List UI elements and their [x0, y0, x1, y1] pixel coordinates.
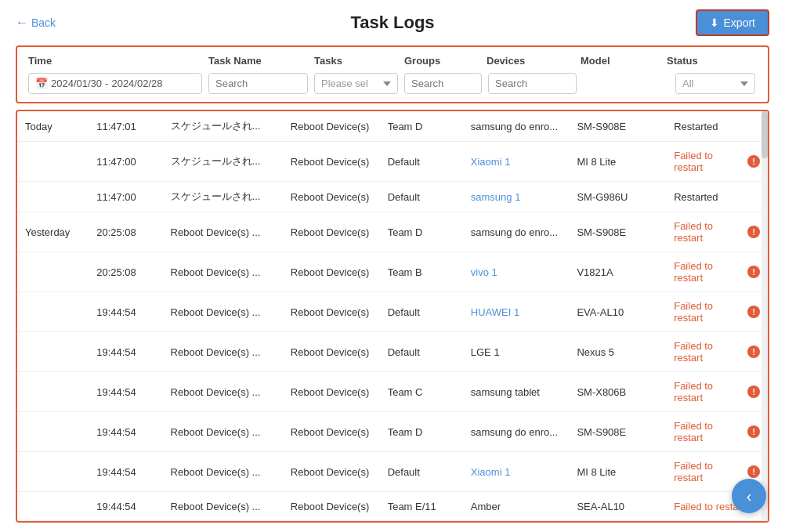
- date-range-picker[interactable]: 📅 2024/01/30 - 2024/02/28: [28, 73, 202, 94]
- td-status: Restarted: [666, 111, 768, 142]
- td-time: 20:25:08: [89, 212, 162, 252]
- col-header-tasks: Tasks: [314, 55, 404, 67]
- td-model: V1821A: [569, 252, 666, 292]
- table-row: 19:44:54Reboot Device(s) ...Reboot Devic…: [17, 372, 768, 412]
- td-groups: Default: [380, 292, 463, 332]
- float-action-button[interactable]: ‹: [732, 479, 766, 513]
- td-task-name: Reboot Device(s) ...: [163, 372, 283, 412]
- device-link[interactable]: vivo 1: [471, 266, 497, 278]
- col-header-devices: Devices: [487, 55, 581, 67]
- td-task-name: Reboot Device(s) ...: [163, 412, 283, 452]
- td-time: 20:25:08: [89, 252, 162, 292]
- table-row: 19:44:54Reboot Device(s) ...Reboot Devic…: [17, 492, 768, 521]
- status-failed-icon: !: [747, 425, 760, 438]
- td-devices[interactable]: Xiaomi 1: [463, 452, 570, 492]
- td-task-name: スケジュールされ...: [163, 142, 283, 182]
- float-arrow-icon: ‹: [747, 487, 752, 505]
- td-groups: Team B: [380, 252, 463, 292]
- td-groups: Default: [380, 452, 463, 492]
- td-groups: Default: [380, 182, 463, 212]
- status-failed: Failed to restart !: [674, 260, 760, 284]
- td-groups: Default: [380, 142, 463, 182]
- back-arrow-icon: ←: [16, 16, 28, 30]
- col-header-groups: Groups: [404, 55, 487, 67]
- calendar-icon: 📅: [35, 78, 48, 89]
- td-day-label: [17, 252, 89, 292]
- td-status: Failed to restart !: [666, 252, 768, 292]
- td-time: 11:47:01: [89, 111, 162, 142]
- td-task-name: スケジュールされ...: [163, 182, 283, 212]
- device-link[interactable]: Xiaomi 1: [471, 466, 511, 478]
- device-link[interactable]: HUAWEI 1: [471, 306, 519, 318]
- status-failed-icon: !: [747, 226, 760, 238]
- td-status: Failed to restart !: [666, 372, 768, 412]
- status-failed-icon: !: [747, 306, 760, 318]
- td-groups: Team C: [380, 372, 463, 412]
- page-header: ← Back Task Logs ⬇ Export: [0, 0, 785, 45]
- scrollbar-thumb[interactable]: [761, 111, 768, 158]
- tasks-select[interactable]: Please sel: [314, 73, 398, 94]
- col-header-model: Model: [581, 55, 667, 67]
- td-devices: samsung do enro...: [463, 111, 570, 142]
- td-time: 19:44:54: [89, 492, 162, 521]
- td-tasks: Reboot Device(s): [283, 142, 380, 182]
- td-groups: Team D: [380, 111, 463, 142]
- export-icon: ⬇: [710, 16, 719, 29]
- td-status: Failed to restart !: [666, 332, 768, 372]
- td-status: Failed to restart !: [666, 142, 768, 182]
- td-tasks: Reboot Device(s): [283, 182, 380, 212]
- scrollbar-track[interactable]: [761, 111, 768, 521]
- groups-search-input[interactable]: [404, 73, 482, 94]
- td-model: SEA-AL10: [569, 492, 666, 521]
- td-task-name: Reboot Device(s) ...: [163, 292, 283, 332]
- status-failed-icon: !: [747, 346, 760, 358]
- td-devices: Amber: [463, 492, 570, 521]
- status-failed: Failed to restart !: [674, 420, 760, 443]
- td-time: 19:44:54: [89, 452, 162, 492]
- td-task-name: Reboot Device(s) ...: [163, 492, 283, 521]
- devices-search-input[interactable]: [488, 73, 577, 94]
- td-model: EVA-AL10: [569, 292, 666, 332]
- td-tasks: Reboot Device(s): [283, 111, 380, 142]
- td-model: MI 8 Lite: [569, 142, 666, 182]
- taskname-search-input[interactable]: [208, 73, 308, 94]
- td-tasks: Reboot Device(s): [283, 412, 380, 452]
- td-time: 19:44:54: [89, 292, 162, 332]
- td-day-label: [17, 182, 89, 212]
- date-to: 2024/02/28: [111, 78, 162, 89]
- table-row: 19:44:54Reboot Device(s) ...Reboot Devic…: [17, 292, 768, 332]
- table-row: 19:44:54Reboot Device(s) ...Reboot Devic…: [17, 412, 768, 452]
- td-devices[interactable]: Xiaomi 1: [463, 142, 570, 182]
- td-devices[interactable]: samsung 1: [463, 182, 570, 212]
- td-task-name: スケジュールされ...: [163, 111, 283, 142]
- task-logs-table-container: Today11:47:01スケジュールされ...Reboot Device(s)…: [16, 110, 769, 523]
- status-select[interactable]: All: [675, 73, 755, 94]
- td-model: SM-X806B: [569, 372, 666, 412]
- td-model: SM-G986U: [569, 182, 666, 212]
- col-header-taskname: Task Name: [208, 55, 314, 67]
- td-model: MI 8 Lite: [569, 452, 666, 492]
- table-row: 19:44:54Reboot Device(s) ...Reboot Devic…: [17, 332, 768, 372]
- td-model: SM-S908E: [569, 111, 666, 142]
- td-tasks: Reboot Device(s): [283, 252, 380, 292]
- td-day-label: [17, 452, 89, 492]
- device-link[interactable]: Xiaomi 1: [471, 156, 511, 168]
- td-devices: samsung do enro...: [463, 412, 570, 452]
- td-time: 19:44:54: [89, 332, 162, 372]
- back-link[interactable]: ← Back: [16, 16, 56, 30]
- table-row: Today11:47:01スケジュールされ...Reboot Device(s)…: [17, 111, 768, 142]
- td-day-label: [17, 332, 89, 372]
- td-status: Failed to restart !: [666, 412, 768, 452]
- td-devices[interactable]: vivo 1: [463, 252, 570, 292]
- device-link[interactable]: samsung 1: [471, 191, 521, 203]
- td-groups: Team D: [380, 412, 463, 452]
- export-button[interactable]: ⬇ Export: [696, 9, 769, 36]
- td-day-label: [17, 372, 89, 412]
- td-tasks: Reboot Device(s): [283, 292, 380, 332]
- table-row: Yesterday20:25:08Reboot Device(s) ...Reb…: [17, 212, 768, 252]
- table-row: 11:47:00スケジュールされ...Reboot Device(s)Defau…: [17, 142, 768, 182]
- td-groups: Team D: [380, 212, 463, 252]
- td-status: Failed to restart !: [666, 212, 768, 252]
- td-devices[interactable]: HUAWEI 1: [463, 292, 570, 332]
- td-devices: samsung do enro...: [463, 212, 570, 252]
